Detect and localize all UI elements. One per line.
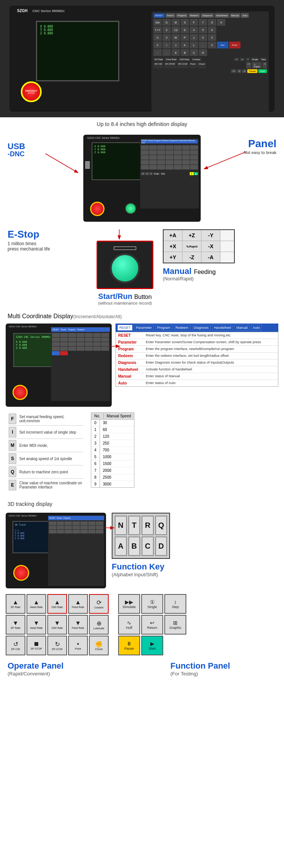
key-Enter[interactable]: Enter	[229, 42, 240, 48]
key-5[interactable]: 5	[199, 26, 207, 33]
green-run-button[interactable]	[110, 253, 140, 283]
key-plus-Y[interactable]: +Y	[231, 69, 236, 73]
letter-key-button[interactable]: Q	[9, 467, 16, 477]
tracking-estop[interactable]	[13, 565, 29, 581]
key-dot[interactable]: .	[199, 42, 207, 48]
op-key-g00-rate[interactable]: ▲G00 Rate	[47, 594, 67, 614]
op-key-lubricate[interactable]: ⊕Lubricate	[89, 615, 109, 635]
function-key-t[interactable]: T	[128, 516, 140, 535]
key-K[interactable]: K	[181, 42, 189, 48]
op-key-sp-rate[interactable]: ▼SP Rate	[6, 615, 25, 635]
letter-key-button[interactable]: F	[9, 414, 16, 424]
tab-program[interactable]: Program	[155, 325, 172, 331]
tab-handwheel[interactable]: Handwheel	[212, 325, 233, 331]
key-g00-rate[interactable]: G00 Rate	[178, 58, 190, 61]
letter-key-button[interactable]: E	[9, 480, 16, 490]
fp-key-step[interactable]: ↕Step	[164, 594, 186, 614]
letter-key-button[interactable]: I	[9, 427, 16, 437]
emergency-stop-button[interactable]: EMERGENCYS T O P	[21, 81, 42, 102]
mf-cell[interactable]: +Y	[164, 252, 183, 263]
function-key-d[interactable]: D	[155, 537, 167, 556]
fp-key-return[interactable]: ↩Return	[141, 615, 163, 635]
key-auto[interactable]: Auto	[241, 13, 248, 18]
key-0[interactable]: 0	[208, 42, 216, 48]
op-key-sp-rate[interactable]: ▲SP Rate	[6, 594, 25, 614]
function-key-n[interactable]: N	[115, 516, 127, 535]
tab-manual[interactable]: Manual	[234, 325, 250, 331]
fp-key-pause[interactable]: ⏸Pause	[118, 636, 140, 655]
function-key-r[interactable]: R	[142, 516, 154, 535]
key-sp-ccw[interactable]: SP-CCW	[177, 62, 188, 68]
coord-estop[interactable]	[12, 385, 28, 400]
key-minus-X[interactable]: -X	[262, 62, 267, 68]
function-key-q[interactable]: Q	[155, 516, 167, 535]
key-4[interactable]: 4	[190, 26, 198, 33]
fp-key-start[interactable]: ▶Start	[141, 636, 163, 655]
key-redeem[interactable]: Redeem	[189, 13, 200, 18]
key-minus[interactable]: -	[153, 49, 162, 56]
key-9[interactable]: 9	[217, 19, 225, 26]
mf-cell[interactable]: -Y	[201, 230, 220, 241]
key-reset[interactable]: RESET	[153, 13, 165, 18]
mf-cell[interactable]: -A	[201, 252, 220, 263]
key-F[interactable]: F	[190, 19, 198, 26]
letter-key-button[interactable]: M	[9, 440, 16, 451]
key-step[interactable]: Step	[260, 58, 267, 61]
tab-reset[interactable]: RESET	[117, 325, 133, 331]
op-key-coolant[interactable]: ⟳Coolant	[89, 594, 109, 614]
key-rapid[interactable]: ∿Rapid	[252, 62, 262, 68]
op-key-chuck[interactable]: ✊Chuck	[89, 636, 109, 655]
op-key-sp-stop[interactable]: ⏹SP-STOP	[27, 636, 46, 655]
key-3[interactable]: 3	[208, 34, 216, 41]
op-key-g00-rate[interactable]: ▼G00 Rate	[47, 615, 67, 635]
op-key-feed-rate[interactable]: ▲Feed Rate	[68, 594, 88, 614]
key-M[interactable]: M	[172, 19, 180, 26]
key-I[interactable]: I	[162, 42, 171, 48]
fp-key-single[interactable]: ①Single	[141, 594, 163, 614]
function-key-c[interactable]: C	[142, 537, 154, 556]
mf-cell[interactable]: -Z	[183, 252, 201, 263]
tab-redeem[interactable]: Redeem	[174, 325, 190, 331]
key-Y[interactable]: Y,Z	[172, 26, 180, 33]
key-1[interactable]: 1	[190, 34, 198, 41]
op-key-point[interactable]: •Point	[68, 636, 88, 655]
tab-auto[interactable]: Auto	[251, 325, 262, 331]
key-G[interactable]: G	[162, 19, 171, 26]
key-start[interactable]: Start	[258, 69, 267, 73]
key-minus-A[interactable]: -A	[242, 69, 247, 73]
small-estop[interactable]	[90, 202, 105, 216]
key-plus-X[interactable]: +X	[246, 62, 251, 68]
key-sp-rate[interactable]: SP Rate	[153, 58, 164, 61]
key-coolant-main[interactable]: Coolant	[191, 58, 201, 61]
key-minus-Y[interactable]: -Y	[245, 58, 250, 61]
key-feed-rate[interactable]: Feed Rate	[165, 58, 178, 61]
key-D[interactable]: D	[199, 49, 207, 56]
key-A[interactable]: A	[172, 49, 180, 56]
fp-key-huff[interactable]: ∿Huff	[118, 615, 140, 635]
mf-cell[interactable]: +Z	[183, 230, 201, 241]
key-del[interactable]: Del	[153, 19, 162, 26]
tab-diagnosis[interactable]: Diagnosis	[192, 325, 211, 331]
function-key-b[interactable]: B	[128, 537, 140, 556]
mf-cell[interactable]: ∿Rapid	[183, 241, 201, 252]
fp-key-graphic[interactable]: ⊞Graphic	[164, 615, 186, 635]
op-key-feed-rate[interactable]: ▼Feed Rate	[68, 615, 88, 635]
key-param[interactable]: Param	[165, 13, 175, 18]
mf-cell[interactable]: -X	[201, 241, 220, 252]
key-program[interactable]: Program	[176, 13, 188, 18]
letter-key-button[interactable]: S	[9, 453, 16, 464]
key-plus-A[interactable]: +A	[234, 58, 239, 61]
function-key-a[interactable]: A	[115, 537, 127, 556]
key-minus2[interactable]: -	[162, 49, 171, 56]
key-sp-stop[interactable]: SP-STOP	[164, 62, 176, 68]
op-key-sp-cw[interactable]: ↺SP-CW	[6, 636, 25, 655]
small-green-btn[interactable]	[125, 203, 136, 214]
key-V[interactable]: V	[162, 34, 171, 41]
key-7[interactable]: 7	[199, 19, 207, 26]
mf-cell[interactable]: +A	[164, 230, 183, 241]
fp-key-simulate[interactable]: ▶▶Simulate	[118, 594, 140, 614]
mf-cell[interactable]: +X	[164, 241, 183, 252]
key-L[interactable]: L	[190, 42, 198, 48]
key-B[interactable]: B	[181, 49, 189, 56]
key-diag[interactable]: Diagnosis	[201, 13, 214, 18]
